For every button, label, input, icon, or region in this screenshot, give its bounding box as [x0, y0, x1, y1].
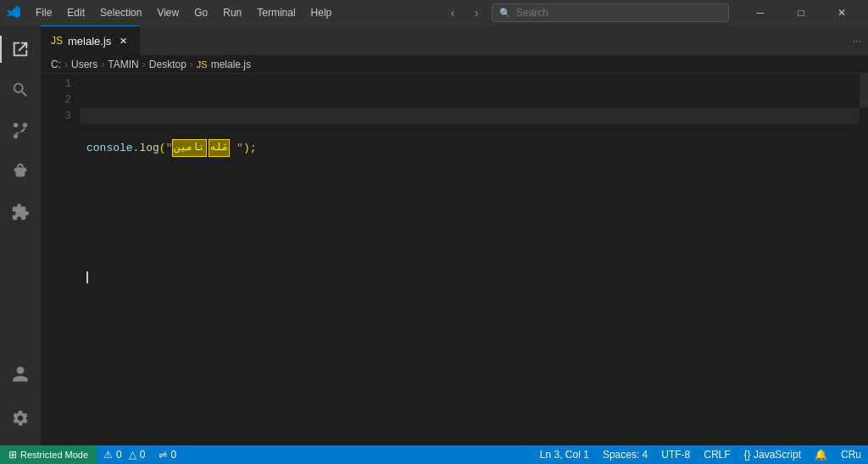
- tabs-more-button[interactable]: ···: [846, 25, 868, 55]
- editor-area: JS melale.js ✕ ··· C: › Users › TAMIN › …: [41, 25, 868, 445]
- warning-icon: ⚠: [103, 449, 113, 461]
- menu-view[interactable]: View: [150, 0, 186, 25]
- source-control-icon[interactable]: [0, 110, 41, 151]
- restricted-mode-label: Restricted Mode: [20, 450, 88, 460]
- ports-icon: ⇌: [159, 449, 167, 461]
- status-spaces-button[interactable]: Spaces: 4: [596, 445, 654, 464]
- line-num-3: 3: [41, 108, 71, 124]
- status-cru-button[interactable]: CRu: [834, 445, 868, 464]
- status-left: ⊞ Restricted Mode ⚠ 0 △ 0 ⇌ 0: [0, 445, 183, 464]
- tab-melale-js[interactable]: JS melale.js ✕: [41, 25, 140, 55]
- tabs-bar: JS melale.js ✕ ···: [41, 25, 868, 55]
- menu-bar: File Edit Selection View Go Run Terminal…: [29, 0, 437, 25]
- quote-open: ": [166, 140, 173, 156]
- status-right: Ln 3, Col 1 Spaces: 4 UTF-8 CRLF {} Java…: [533, 445, 868, 464]
- status-position-button[interactable]: Ln 3, Col 1: [533, 445, 596, 464]
- main-layout: JS melale.js ✕ ··· C: › Users › TAMIN › …: [0, 25, 868, 445]
- editor-content[interactable]: 1 2 3 console.log("تامینمَله ");: [41, 74, 868, 445]
- ports-count: 0: [170, 449, 176, 461]
- tab-close-button[interactable]: ✕: [116, 34, 130, 48]
- tab-label: melale.js: [68, 35, 111, 48]
- highlight-text-2: مَله: [209, 139, 231, 157]
- warning-count: 0: [116, 449, 122, 461]
- close-button[interactable]: ✕: [822, 0, 861, 25]
- breadcrumb-item-desktop[interactable]: Desktop: [149, 59, 186, 70]
- menu-go[interactable]: Go: [187, 0, 214, 25]
- error-count: 0: [140, 449, 146, 461]
- search-bar-icon: 🔍: [499, 8, 511, 19]
- position-label: Ln 3, Col 1: [540, 449, 589, 461]
- open-paren: (: [159, 140, 166, 156]
- search-input[interactable]: [516, 7, 721, 19]
- activity-bar: [0, 25, 41, 445]
- nav-back-button[interactable]: ‹: [442, 3, 463, 23]
- status-encoding-button[interactable]: UTF-8: [654, 445, 697, 464]
- breadcrumb: C: › Users › TAMIN › Desktop › JS melale…: [41, 55, 868, 74]
- nav-forward-button[interactable]: ›: [466, 3, 487, 23]
- breadcrumb-sep-1: ›: [64, 59, 68, 70]
- cursor-blink: [86, 271, 95, 283]
- status-remote-button[interactable]: ⊞ Restricted Mode: [0, 445, 97, 464]
- code-line-1: console.log("تامینمَله ");: [86, 140, 860, 156]
- search-bar[interactable]: 🔍: [492, 3, 729, 22]
- menu-run[interactable]: Run: [216, 0, 248, 25]
- maximize-button[interactable]: □: [782, 0, 821, 25]
- menu-edit[interactable]: Edit: [60, 0, 92, 25]
- line-num-1: 1: [41, 75, 71, 92]
- vscode-icon: [7, 5, 20, 21]
- explorer-icon[interactable]: [0, 29, 41, 70]
- code-line-2: [86, 204, 860, 221]
- line-num-2: 2: [41, 92, 71, 108]
- code-line-3: [86, 269, 860, 285]
- breadcrumb-js-icon: JS: [197, 59, 208, 70]
- cursor-line-highlight: [80, 108, 860, 124]
- search-activity-icon[interactable]: [0, 70, 41, 110]
- debug-icon[interactable]: [0, 151, 41, 192]
- status-line-ending-button[interactable]: CRLF: [697, 445, 737, 464]
- status-notifications-button[interactable]: 🔔: [808, 445, 834, 464]
- menu-terminal[interactable]: Terminal: [250, 0, 302, 25]
- minimap-thumb: [860, 74, 868, 108]
- menu-selection[interactable]: Selection: [93, 0, 148, 25]
- line-numbers: 1 2 3: [41, 74, 80, 445]
- quote-close: ": [230, 140, 243, 156]
- breadcrumb-sep-4: ›: [190, 59, 193, 70]
- spaces-label: Spaces: 4: [603, 449, 648, 461]
- status-language-button[interactable]: {} JavaScript: [737, 445, 808, 464]
- notifications-icon: 🔔: [815, 449, 827, 461]
- language-label: {} JavaScript: [744, 449, 801, 461]
- console-keyword: console: [86, 140, 133, 156]
- nav-controls: ‹ ›: [442, 3, 487, 23]
- minimap[interactable]: [860, 74, 868, 445]
- status-bar: ⊞ Restricted Mode ⚠ 0 △ 0 ⇌ 0 Ln 3, Col …: [0, 445, 868, 464]
- settings-icon[interactable]: [0, 398, 41, 439]
- dot-operator: .: [133, 140, 140, 156]
- status-errors-button[interactable]: ⚠ 0 △ 0: [97, 445, 152, 464]
- error-icon: △: [129, 449, 136, 461]
- window-controls: ─ □ ✕: [741, 0, 861, 25]
- semicolon: ;: [250, 140, 257, 156]
- close-paren: ): [243, 140, 250, 156]
- breadcrumb-sep-3: ›: [142, 59, 146, 70]
- minimize-button[interactable]: ─: [741, 0, 780, 25]
- line-ending-label: CRLF: [704, 449, 730, 461]
- menu-help[interactable]: Help: [304, 0, 339, 25]
- breadcrumb-item-file[interactable]: melale.js: [211, 59, 251, 70]
- breadcrumb-item-c[interactable]: C:: [51, 59, 61, 70]
- log-keyword: log: [139, 140, 159, 156]
- highlight-text-1: تامین: [172, 139, 206, 157]
- encoding-label: UTF-8: [661, 449, 690, 461]
- js-file-icon: JS: [51, 35, 63, 47]
- status-ports-button[interactable]: ⇌ 0: [152, 445, 183, 464]
- extensions-icon[interactable]: [0, 192, 41, 232]
- cru-label: CRu: [841, 449, 861, 461]
- breadcrumb-item-users[interactable]: Users: [71, 59, 97, 70]
- account-icon[interactable]: [0, 354, 41, 394]
- title-bar: File Edit Selection View Go Run Terminal…: [0, 0, 868, 25]
- menu-file[interactable]: File: [29, 0, 58, 25]
- breadcrumb-item-tamin[interactable]: TAMIN: [108, 59, 138, 70]
- breadcrumb-sep-2: ›: [101, 59, 104, 70]
- code-area[interactable]: console.log("تامینمَله ");: [80, 74, 860, 445]
- remote-icon: ⊞: [8, 449, 17, 461]
